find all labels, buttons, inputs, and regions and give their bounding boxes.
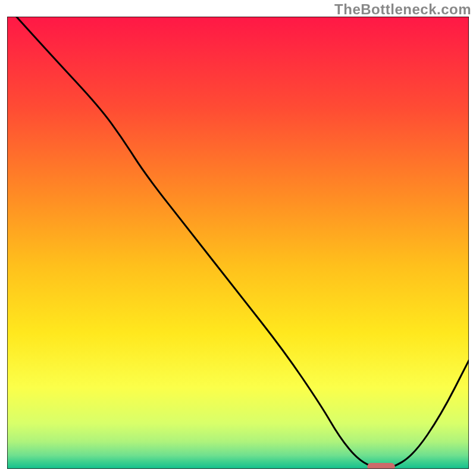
chart-background bbox=[7, 17, 469, 469]
watermark-text: TheBottleneck.com bbox=[334, 1, 471, 18]
optimal-range-marker bbox=[367, 463, 395, 469]
chart-svg bbox=[7, 17, 469, 469]
chart-plot-area bbox=[7, 17, 469, 469]
chart-container: TheBottleneck.com bbox=[0, 0, 476, 476]
